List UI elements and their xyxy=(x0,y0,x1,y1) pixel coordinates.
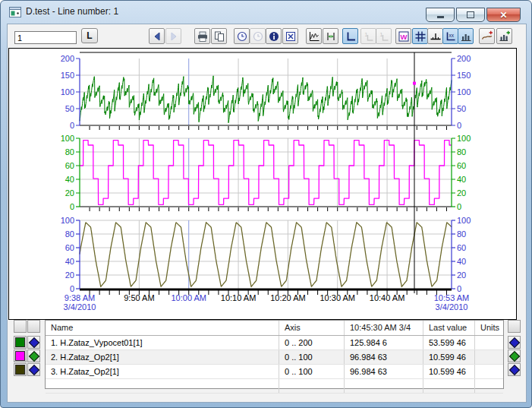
forward-arrow-icon xyxy=(168,30,180,43)
legend-header-row: Name Axis 10:45:30 AM 3/4 Last value Uni… xyxy=(46,321,503,336)
svg-text:80: 80 xyxy=(65,147,74,157)
col-header-name[interactable]: Name xyxy=(46,321,279,335)
svg-text:20: 20 xyxy=(65,270,74,280)
svg-text:60: 60 xyxy=(65,243,74,252)
col-header-axis[interactable]: Axis xyxy=(279,321,345,335)
svg-text:150: 150 xyxy=(457,71,471,80)
trend-scale-button[interactable] xyxy=(306,28,322,44)
legend-row[interactable]: 3. H.Zataz_Op2[1] 0 .. 100 96.984 63 10.… xyxy=(46,365,503,379)
axis-select-button[interactable] xyxy=(508,349,521,362)
series-marker-button[interactable] xyxy=(27,349,40,362)
histogram-button[interactable] xyxy=(458,28,474,44)
close-icon: ✕ xyxy=(499,11,507,20)
col-header-last-value[interactable]: Last value xyxy=(423,321,475,335)
svg-text:150: 150 xyxy=(61,71,74,80)
axis-numbered-2-button[interactable]: 1 xyxy=(376,28,392,44)
trend-charts[interactable]: 0050501001001501502002000020204040606080… xyxy=(9,49,516,319)
svg-text:100: 100 xyxy=(61,216,74,225)
series-axis-range: 0 .. 100 xyxy=(279,365,345,378)
svg-text:0: 0 xyxy=(70,121,74,130)
trend-axis-icon xyxy=(308,30,320,43)
diamond-icon xyxy=(28,364,39,375)
series-color-button[interactable] xyxy=(14,336,27,349)
series-name: 2. H.Zataz_Op2[1] xyxy=(46,350,279,364)
info-button[interactable] xyxy=(266,28,282,44)
time-settings-alt-button[interactable] xyxy=(250,28,266,44)
svg-text:10:40 AM: 10:40 AM xyxy=(370,293,405,302)
print-button[interactable] xyxy=(194,28,210,44)
series-marker-button[interactable] xyxy=(27,363,40,376)
series-color-button[interactable] xyxy=(14,349,27,362)
add-trend-button[interactable] xyxy=(479,28,495,44)
copy-button[interactable] xyxy=(211,28,227,44)
svg-text:100: 100 xyxy=(61,87,74,96)
copy-pages-icon xyxy=(213,30,225,43)
svg-text:40: 40 xyxy=(65,257,74,266)
axis-left-button[interactable] xyxy=(342,28,358,44)
svg-text:40: 40 xyxy=(457,257,466,266)
series-cursor-value: 96.984 63 xyxy=(345,365,423,378)
series-color-button[interactable] xyxy=(14,363,27,376)
legend-empty-row xyxy=(46,379,503,394)
title-bar[interactable]: D.test - Line number: 1 ✕ xyxy=(1,1,531,24)
svg-text:20: 20 xyxy=(457,270,466,280)
series-color-swatch xyxy=(15,351,25,361)
l-axis-values-icon: xx xyxy=(445,30,457,43)
series-name: 1. H.Zataz_Vypocet01[1] xyxy=(46,336,279,349)
series-axis-range: 0 .. 200 xyxy=(279,336,345,349)
minimize-button[interactable] xyxy=(426,8,455,22)
svg-text:60: 60 xyxy=(457,243,466,252)
line-button[interactable]: L xyxy=(81,28,98,43)
series-marker-button[interactable] xyxy=(27,336,40,349)
back-arrow-icon xyxy=(151,30,163,43)
axis-select-button[interactable] xyxy=(508,336,521,349)
series-units xyxy=(475,336,503,349)
app-window: D.test - Line number: 1 ✕ L 1 1 W xyxy=(0,0,532,408)
svg-text:xx: xx xyxy=(449,33,454,38)
svg-text:100: 100 xyxy=(457,87,471,96)
time-settings-button[interactable] xyxy=(234,28,250,44)
back-button[interactable] xyxy=(149,28,165,44)
line-number-input[interactable] xyxy=(14,31,77,44)
add-histogram-button[interactable] xyxy=(496,28,512,44)
clock-disabled-icon xyxy=(252,30,264,43)
series-last-value: 10.599 46 xyxy=(423,365,475,378)
svg-text:200: 200 xyxy=(457,54,471,63)
x-box-icon xyxy=(285,30,297,43)
w-curve-icon: W xyxy=(398,30,410,43)
delete-box-button[interactable] xyxy=(282,28,298,44)
col-header-units[interactable]: Units xyxy=(475,321,503,335)
svg-text:0: 0 xyxy=(70,202,74,211)
svg-text:80: 80 xyxy=(65,229,74,239)
series-units xyxy=(475,365,503,378)
axis-numbered-1-button[interactable]: 1 xyxy=(360,28,376,44)
axis-values-button[interactable]: xx xyxy=(442,28,458,44)
svg-text:80: 80 xyxy=(457,229,466,239)
close-button[interactable]: ✕ xyxy=(486,8,521,22)
clock-icon xyxy=(236,30,248,43)
restore-button[interactable] xyxy=(456,8,485,22)
svg-text:0: 0 xyxy=(457,121,461,130)
grid-button[interactable] xyxy=(412,28,428,44)
col-header-cursor-time[interactable]: 10:45:30 AM 3/4 xyxy=(345,321,423,335)
trend-chart-panel[interactable]: 0050501001001501502002000020204040606080… xyxy=(8,48,517,320)
diamond-icon xyxy=(508,364,519,375)
axis-select-header-button[interactable] xyxy=(508,320,521,333)
series-color-swatch xyxy=(15,337,25,347)
legend-row[interactable]: 1. H.Zataz_Vypocet01[1] 0 .. 200 125.984… xyxy=(46,336,503,350)
svg-text:20: 20 xyxy=(65,188,74,198)
axis-ticks-button[interactable] xyxy=(427,28,443,44)
window-title: D.test - Line number: 1 xyxy=(26,6,118,17)
window-icon xyxy=(9,7,21,17)
compress-time-button[interactable] xyxy=(323,28,338,44)
svg-text:60: 60 xyxy=(457,161,466,170)
legend-color-header-button[interactable] xyxy=(14,320,27,333)
axis-select-button[interactable] xyxy=(508,363,521,376)
svg-text:0: 0 xyxy=(457,284,461,293)
legend-row[interactable]: 2. H.Zataz_Op2[1] 0 .. 100 96.984 63 10.… xyxy=(46,350,503,365)
bar-chart-icon xyxy=(460,30,472,43)
forward-button[interactable] xyxy=(165,28,181,44)
diamond-icon xyxy=(28,337,39,347)
curve-style-w-button[interactable]: W xyxy=(395,28,411,44)
legend-marker-header-button[interactable] xyxy=(27,320,40,333)
